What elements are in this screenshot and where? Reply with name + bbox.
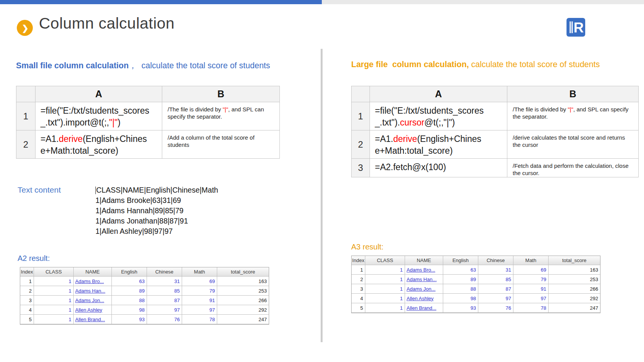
text-line: 1|Adams Jonathan|88|87|91 (95, 216, 218, 226)
chevron-right-icon: ❯ (17, 20, 33, 36)
cell: 3 (352, 284, 365, 294)
cell: 79 (513, 275, 549, 284)
cell: 85 (147, 286, 182, 296)
cell: 76 (478, 303, 513, 313)
cell: 1 (365, 284, 405, 294)
column-header-a: A (35, 86, 162, 102)
comment-cell-b2: /Add a column of the total score of stud… (162, 130, 279, 158)
column-header-chinese: Chinese (147, 267, 182, 277)
text-cursor (95, 187, 96, 194)
name-link-cell[interactable]: Adams Jon... (405, 284, 443, 294)
cell: 31 (147, 277, 182, 286)
comment-cell-b3: /Fetch data and perform the calculation,… (507, 158, 638, 177)
cell: 78 (513, 303, 549, 313)
name-link-cell[interactable]: Allen Ashley (74, 305, 112, 315)
text-content-block: CLASS|NAME|English|Chinese|Math 1|Adams … (95, 185, 218, 237)
name-link-cell[interactable]: Adams Jon... (74, 296, 112, 305)
table-row: 11Adams Bro...633169163 (352, 265, 600, 275)
cell: 1 (365, 275, 405, 284)
section-divider (321, 49, 323, 342)
cell: 266 (217, 296, 269, 305)
table-row: 31Adams Jon...888791266 (352, 284, 600, 294)
name-link-cell[interactable]: Adams Han... (74, 286, 112, 296)
column-header-b: B (507, 86, 638, 102)
left-heading-rest: ， calculate the total score of students (129, 61, 270, 70)
cell: 89 (112, 286, 147, 296)
name-link-cell[interactable]: Allen Ashley (405, 294, 443, 303)
grid-row-3: 3 =A2.fetch@x(100) /Fetch data and perfo… (351, 158, 638, 177)
cell: 253 (549, 275, 600, 284)
table-row: 11Adams Bro...633169163 (20, 277, 269, 286)
cell: 1 (352, 265, 365, 275)
cell: 85 (478, 275, 513, 284)
cell: 91 (182, 296, 217, 305)
table-row: 41Allen Ashley989797292 (352, 294, 600, 303)
row-number-cell: 2 (16, 130, 35, 158)
code-cell-a2: =A1.derive(English+Chinese+Math:total_sc… (370, 130, 507, 158)
column-header-english: English (443, 256, 478, 265)
cell: 1 (34, 277, 74, 286)
name-link-cell[interactable]: Allen Brand... (74, 315, 112, 324)
column-header-total_score: total_score (549, 256, 600, 265)
grid-row-1: 1 =file("E:/txt/students_scores_.txt").i… (16, 102, 279, 130)
cell: 292 (549, 294, 600, 303)
column-header-name: NAME (405, 256, 443, 265)
cell: 93 (443, 303, 478, 313)
cell: 87 (147, 296, 182, 305)
a2-result-table: IndexCLASSNAMEEnglishChineseMathtotal_sc… (20, 267, 269, 325)
cell: 1 (34, 315, 74, 324)
column-header-chinese: Chinese (478, 256, 513, 265)
slide: ❯ Column calculation R Small file column… (0, 0, 644, 362)
comment-cell-b2: /derive calculates the total score and r… (507, 130, 638, 158)
cell: 4 (352, 294, 365, 303)
cell: 89 (443, 275, 478, 284)
cell: 79 (182, 286, 217, 296)
name-link-cell[interactable]: Adams Bro... (405, 265, 443, 275)
cell: 97 (182, 305, 217, 315)
cell: 88 (443, 284, 478, 294)
right-heading-bold: Large file column calculation, (351, 60, 469, 69)
table-row: 31Adams Jon...888791266 (20, 296, 269, 305)
grid-row-2: 2 =A1.derive(English+Chinese+Math:total_… (351, 130, 638, 158)
a3-result-table: IndexCLASSNAMEEnglishChineseMathtotal_sc… (351, 256, 600, 313)
row-number-cell: 2 (351, 130, 370, 158)
column-header-index: Index (20, 267, 34, 277)
cell: 97 (478, 294, 513, 303)
cell: 5 (20, 315, 34, 324)
right-section-heading: Large file column calculation, calculate… (351, 60, 600, 69)
cell: 163 (549, 265, 600, 275)
cell: 91 (513, 284, 549, 294)
name-link-cell[interactable]: Adams Han... (405, 275, 443, 284)
top-bar-blue (0, 0, 322, 4)
result-table-header-row: IndexCLASSNAMEEnglishChineseMathtotal_sc… (352, 256, 600, 265)
cell: 4 (20, 305, 34, 315)
cell: 3 (20, 296, 34, 305)
table-row: 41Allen Ashley989797292 (20, 305, 269, 315)
cell: 88 (112, 296, 147, 305)
cell: 1 (34, 296, 74, 305)
column-header-index: Index (352, 256, 365, 265)
cell: 97 (147, 305, 182, 315)
right-code-grid: A B 1 =file("E:/txt/students_scores_.txt… (351, 86, 639, 177)
cell: 5 (352, 303, 365, 313)
table-row: 21Adams Han...898579253 (20, 286, 269, 296)
name-link-cell[interactable]: Allen Brand... (405, 303, 443, 313)
column-header-class: CLASS (365, 256, 405, 265)
row-number-cell: 1 (351, 102, 370, 130)
column-header-math: Math (182, 267, 217, 277)
grid-header-row: A B (16, 86, 279, 102)
comment-cell-b1: /The file is divided by "|", and SPL can… (162, 102, 279, 130)
cell: 292 (217, 305, 269, 315)
name-link-cell[interactable]: Adams Bro... (74, 277, 112, 286)
cell: 93 (112, 315, 147, 324)
left-code-grid: A B 1 =file("E:/txt/students_scores_.txt… (16, 86, 280, 159)
cell: 266 (549, 284, 600, 294)
cell: 97 (513, 294, 549, 303)
grid-header-row: A B (351, 86, 638, 102)
cell: 69 (513, 265, 549, 275)
cell: 1 (365, 265, 405, 275)
grid-corner-cell (16, 86, 35, 102)
cell: 163 (217, 277, 269, 286)
cell: 1 (34, 305, 74, 315)
cell: 31 (478, 265, 513, 275)
